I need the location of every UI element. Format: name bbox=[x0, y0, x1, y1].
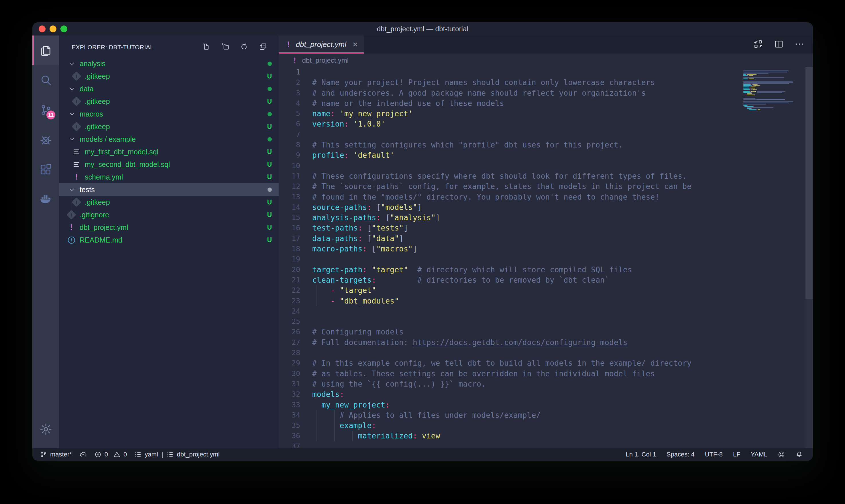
code-line-19[interactable] bbox=[312, 254, 741, 264]
code-line-1[interactable] bbox=[312, 67, 741, 77]
status-divider: | bbox=[161, 451, 164, 458]
code-line-20[interactable]: target-path: "target" # directory which … bbox=[312, 265, 741, 275]
code-line-6[interactable]: version: '1.0.0' bbox=[312, 119, 741, 129]
activity-item-debug[interactable] bbox=[32, 125, 59, 155]
refresh-button[interactable] bbox=[240, 42, 248, 52]
code-line-23[interactable]: - "dbt_modules" bbox=[312, 296, 741, 306]
breadcrumb-file[interactable]: dbt_project.yml bbox=[302, 56, 348, 65]
code-line-14[interactable]: source-paths: ["models"] bbox=[312, 202, 741, 213]
code-line-28[interactable] bbox=[312, 348, 741, 358]
open-changes-button[interactable] bbox=[753, 39, 763, 50]
tree-row-models-example[interactable]: models / example bbox=[59, 133, 279, 145]
git-file-icon bbox=[72, 197, 82, 207]
code-line-21[interactable]: clean-targets: # directories to be remov… bbox=[312, 275, 741, 285]
code-line-2[interactable]: # Name your project! Project names shoul… bbox=[312, 77, 741, 88]
bell-icon bbox=[795, 451, 803, 458]
tree-row-dbt-project-yml[interactable]: !dbt_project.ymlU bbox=[59, 221, 279, 234]
code-line-27[interactable]: # Full documentation: https://docs.getdb… bbox=[312, 337, 741, 348]
code-line-22[interactable]: - "target" bbox=[312, 285, 741, 295]
code-line-35[interactable]: example: bbox=[312, 420, 741, 431]
activity-item-explorer[interactable] bbox=[32, 36, 59, 65]
code-line-7[interactable] bbox=[312, 129, 741, 140]
code-line-8[interactable]: # This setting configures which "profile… bbox=[312, 140, 741, 150]
chevron-down-icon bbox=[68, 60, 76, 67]
encoding-item[interactable]: UTF-8 bbox=[702, 451, 726, 458]
activity-item-docker[interactable] bbox=[32, 184, 59, 214]
notifications-item[interactable] bbox=[792, 451, 806, 458]
tree-row-my-first-dbt-model-sql[interactable]: my_first_dbt_model.sqlU bbox=[59, 145, 279, 158]
git-branch-icon bbox=[40, 451, 47, 458]
code-line-13[interactable]: # found in the "models/" directory. You … bbox=[312, 192, 741, 202]
tree-row--gitkeep[interactable]: .gitkeepU bbox=[59, 196, 279, 209]
code-line-37[interactable] bbox=[312, 441, 741, 448]
activity-item-extensions[interactable] bbox=[32, 155, 59, 184]
line-number: 20 bbox=[279, 265, 300, 275]
code-line-29[interactable]: # In this example config, we tell dbt to… bbox=[312, 358, 741, 368]
tree-row-analysis[interactable]: analysis bbox=[59, 57, 279, 70]
minimize-window-button[interactable] bbox=[50, 25, 56, 32]
code-line-25[interactable] bbox=[312, 317, 741, 327]
code-line-16[interactable]: test-paths: ["tests"] bbox=[312, 223, 741, 233]
code-line-31[interactable]: # using the `{{ config(...) }}` macro. bbox=[312, 379, 741, 389]
code-line-30[interactable]: # as tables. These settings can be overr… bbox=[312, 368, 741, 379]
editor-scrollbar[interactable] bbox=[806, 67, 813, 448]
code-content[interactable]: # Name your project! Project names shoul… bbox=[312, 67, 741, 448]
minimap[interactable] bbox=[743, 69, 805, 112]
indentation-item[interactable]: Spaces: 4 bbox=[663, 451, 698, 458]
activity-item-search[interactable] bbox=[32, 65, 59, 95]
tree-row-data[interactable]: data bbox=[59, 83, 279, 95]
code-line-4[interactable]: # name or the intended use of these mode… bbox=[312, 98, 741, 109]
tab-dbt-project-yml[interactable]: ! dbt_project.yml ✕ bbox=[279, 36, 364, 54]
feedback-item[interactable] bbox=[775, 451, 788, 458]
yaml-status-label: yaml bbox=[145, 451, 158, 458]
problems-item[interactable]: 0 0 bbox=[91, 451, 131, 458]
code-line-11[interactable]: # These configurations specify where dbt… bbox=[312, 171, 741, 181]
code-editor[interactable]: 1234567891011121314151617181920212223242… bbox=[279, 67, 813, 448]
code-line-34[interactable]: # Applies to all files under models/exam… bbox=[312, 410, 741, 420]
code-line-24[interactable] bbox=[312, 306, 741, 317]
code-line-5[interactable]: name: 'my_new_project' bbox=[312, 109, 741, 119]
new-file-button[interactable] bbox=[202, 42, 211, 52]
split-editor-button[interactable] bbox=[774, 39, 784, 50]
tree-row-tests[interactable]: tests bbox=[59, 183, 279, 196]
publish-changes-item[interactable] bbox=[76, 451, 91, 458]
code-line-32[interactable]: models: bbox=[312, 389, 741, 399]
close-window-button[interactable] bbox=[39, 25, 46, 32]
code-line-10[interactable] bbox=[312, 161, 741, 171]
tree-row--gitkeep[interactable]: .gitkeepU bbox=[59, 120, 279, 133]
activity-item-source-control[interactable]: 11 bbox=[32, 95, 59, 125]
yaml-status-item[interactable]: yaml | dbt_project.yml bbox=[131, 451, 223, 458]
line-number: 34 bbox=[279, 410, 300, 420]
chevron-down-icon bbox=[68, 186, 76, 193]
cursor-position-item[interactable]: Ln 1, Col 1 bbox=[623, 451, 659, 458]
code-line-26[interactable]: # Configuring models bbox=[312, 327, 741, 337]
code-line-36[interactable]: materialized: view bbox=[312, 431, 741, 441]
code-line-12[interactable]: # The `source-paths` config, for example… bbox=[312, 181, 741, 192]
tree-row-schema-yml[interactable]: !schema.ymlU bbox=[59, 171, 279, 183]
line-number: 23 bbox=[279, 296, 300, 306]
code-line-15[interactable]: analysis-paths: ["analysis"] bbox=[312, 213, 741, 223]
code-line-3[interactable]: # and underscores. A good package name s… bbox=[312, 88, 741, 98]
more-actions-button[interactable] bbox=[795, 39, 804, 50]
language-mode-item[interactable]: YAML bbox=[748, 451, 771, 458]
new-folder-button[interactable] bbox=[221, 42, 230, 52]
git-branch-item[interactable]: master* bbox=[40, 451, 76, 458]
code-line-18[interactable]: macro-paths: ["macros"] bbox=[312, 244, 741, 254]
eol-item[interactable]: LF bbox=[730, 451, 743, 458]
collapse-all-button[interactable] bbox=[259, 42, 267, 52]
tree-row--gitignore[interactable]: .gitignoreU bbox=[59, 209, 279, 221]
code-line-17[interactable]: data-paths: ["data"] bbox=[312, 233, 741, 244]
tree-row-readme-md[interactable]: iREADME.mdU bbox=[59, 234, 279, 246]
breadcrumb[interactable]: ! dbt_project.yml bbox=[279, 54, 813, 67]
code-line-9[interactable]: profile: 'default' bbox=[312, 150, 741, 160]
tree-row-my-second-dbt-model-sql[interactable]: my_second_dbt_model.sqlU bbox=[59, 158, 279, 171]
tree-row--gitkeep[interactable]: .gitkeepU bbox=[59, 70, 279, 83]
indent-guide bbox=[317, 420, 317, 431]
tree-row-macros[interactable]: macros bbox=[59, 108, 279, 120]
zoom-window-button[interactable] bbox=[60, 25, 67, 32]
tree-row--gitkeep[interactable]: .gitkeepU bbox=[59, 95, 279, 108]
scrollbar-thumb[interactable] bbox=[806, 67, 813, 299]
activity-item-settings[interactable] bbox=[32, 414, 59, 444]
tab-close-icon[interactable]: ✕ bbox=[352, 41, 358, 49]
code-line-33[interactable]: my_new_project: bbox=[312, 400, 741, 410]
